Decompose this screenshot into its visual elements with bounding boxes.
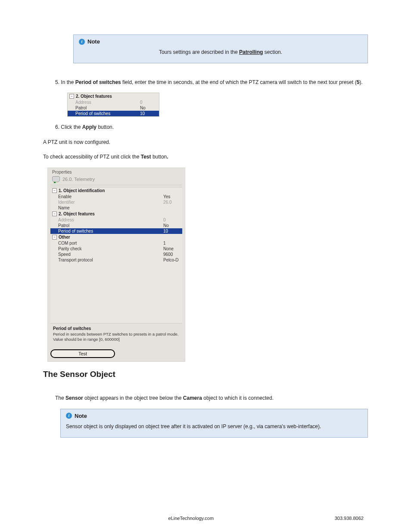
prop-row-address[interactable]: Address 0 (68, 100, 159, 105)
prop-key: Patrol (75, 106, 140, 110)
property-grid: – 1. Object identification Enable Yes Id… (50, 187, 182, 324)
step-5-t1: In the (61, 79, 75, 85)
note-box-patrolling: i Note Tours settings are described in t… (73, 34, 368, 63)
desc-title: Period of switches (53, 326, 180, 331)
heading-sensor-object: The Sensor Object (43, 370, 368, 379)
sensor-t3: object to which it is connected. (202, 395, 274, 401)
step-6-apply: Apply (82, 124, 97, 130)
group-header-object-features-lg[interactable]: – 2. Object features (50, 211, 182, 217)
info-icon: i (79, 39, 85, 45)
group-label: Other (59, 235, 70, 240)
prop-row-patrol-lg[interactable]: Patrol No (50, 223, 182, 228)
prop-val: Yes (163, 194, 181, 199)
prop-key: COM port (58, 241, 163, 246)
prop-key: Parity check (58, 246, 163, 251)
prop-key: Address (58, 218, 163, 222)
telemetry-icon (52, 176, 60, 182)
step-6-before: Click the (61, 124, 82, 130)
note-header-2: i Note (66, 413, 362, 419)
prop-key: Period of switches (58, 229, 163, 233)
test-t1: To check accessibility of PTZ unit click… (43, 154, 141, 160)
prop-key: Address (75, 100, 140, 105)
test-button[interactable]: Test (50, 349, 115, 358)
collapse-icon[interactable]: – (52, 235, 57, 240)
prop-val: 10 (140, 111, 157, 116)
property-description-box: Period of switches Period in seconds bet… (50, 324, 182, 345)
note-label-2: Note (75, 413, 87, 419)
prop-row-period-of-switches[interactable]: Period of switches 10 (68, 111, 159, 116)
group-label: 2. Object features (59, 212, 95, 216)
prop-val: 9600 (163, 252, 181, 257)
prop-row-period-lg[interactable]: Period of switches 10 (50, 228, 182, 234)
desc-text: Period in seconds between PTZ switches t… (53, 332, 180, 343)
info-icon: i (66, 413, 72, 419)
prop-val: Pelco-D (163, 258, 181, 262)
group-header-object-features[interactable]: – 2. Object features (68, 93, 159, 100)
prop-val: None (163, 246, 181, 251)
prop-val: 0 (140, 100, 157, 105)
group-header-other[interactable]: – Other (50, 234, 182, 240)
step-5-mid: field, enter the time in seconds, at the… (121, 79, 357, 85)
collapse-icon[interactable]: – (69, 94, 74, 99)
grid-empty-space (50, 263, 182, 323)
note-body-2: Sensor object is only displayed on objec… (66, 423, 362, 430)
note-box-sensor: i Note Sensor object is only displayed o… (60, 409, 368, 438)
prop-key: Identifier (58, 200, 163, 205)
sensor-b2: Camera (183, 395, 202, 401)
para-test-instruction: To check accessibility of PTZ unit click… (43, 152, 368, 161)
prop-row-enable[interactable]: Enable Yes (50, 194, 182, 199)
prop-row-identifier[interactable]: Identifier 26.0 (50, 199, 182, 205)
group-header-object-identification[interactable]: – 1. Object identification (50, 187, 182, 194)
test-dot: . (167, 154, 168, 160)
prop-row-parity[interactable]: Parity check None (50, 246, 182, 252)
prop-val: 10 (163, 229, 181, 233)
prop-val: No (140, 106, 157, 110)
note-label: Note (87, 38, 100, 45)
patrolling-link[interactable]: Patrolling (239, 49, 263, 55)
prop-val (163, 205, 181, 210)
prop-val: 1 (163, 241, 181, 246)
para-ptz-configured: A PTZ unit is now configured. (43, 138, 368, 146)
step-5-after: ). (359, 79, 362, 85)
step-5-paragraph: 5. In the Period of switches field, ente… (55, 78, 368, 87)
prop-key: Period of switches (75, 111, 140, 116)
step-6-after: button. (97, 124, 114, 130)
test-t2: button (151, 154, 167, 160)
sensor-b1: Sensor (65, 395, 83, 401)
step-6-number: 6. (55, 124, 61, 130)
group-label: 1. Object identification (59, 188, 105, 193)
prop-key: Transport protocol (58, 258, 163, 262)
sensor-para: The Sensor object appears in the object … (55, 394, 368, 402)
prop-row-address-lg[interactable]: Address 0 (50, 217, 182, 223)
prop-row-speed[interactable]: Speed 9600 (50, 252, 182, 257)
prop-key: Enable (58, 194, 163, 199)
prop-val: No (163, 223, 181, 228)
properties-title-row: 26.0. Telemetry (50, 175, 182, 185)
note-header: i Note (79, 38, 362, 45)
note-body: Tours settings are described in the Patr… (79, 48, 362, 56)
group-label: 2. Object features (76, 94, 112, 99)
page-footer: eLineTechnology.com 303.938.8062 (0, 516, 411, 521)
prop-row-com-port[interactable]: COM port 1 (50, 240, 182, 246)
properties-legend: Properties (52, 170, 184, 174)
properties-title-text: 26.0. Telemetry (62, 177, 95, 182)
sensor-t2: object appears in the object tree below … (83, 395, 183, 401)
figure-properties-panel: Properties 26.0. Telemetry – 1. Object i… (47, 168, 185, 362)
collapse-icon[interactable]: – (52, 212, 57, 216)
step-6-paragraph: 6. Click the Apply button. (55, 123, 368, 131)
prop-row-transport[interactable]: Transport protocol Pelco-D (50, 257, 182, 263)
footer-left: eLineTechnology.com (168, 516, 214, 521)
step-5-number: 5. (55, 79, 61, 85)
note-body-suffix: section. (263, 49, 282, 55)
prop-val: 26.0 (163, 200, 181, 205)
page: i Note Tours settings are described in t… (0, 0, 411, 532)
note-body-prefix: Tours settings are described in the (159, 49, 239, 55)
collapse-icon[interactable]: – (52, 188, 57, 193)
prop-row-name[interactable]: Name (50, 205, 182, 211)
prop-row-patrol[interactable]: Patrol No (68, 105, 159, 111)
prop-key: Name (58, 205, 163, 210)
step-5-field: Period of switches (75, 79, 121, 85)
figure-object-features-small: – 2. Object features Address 0 Patrol No… (67, 93, 159, 117)
test-btn-label: Test (141, 154, 151, 160)
prop-val: 0 (163, 218, 181, 222)
